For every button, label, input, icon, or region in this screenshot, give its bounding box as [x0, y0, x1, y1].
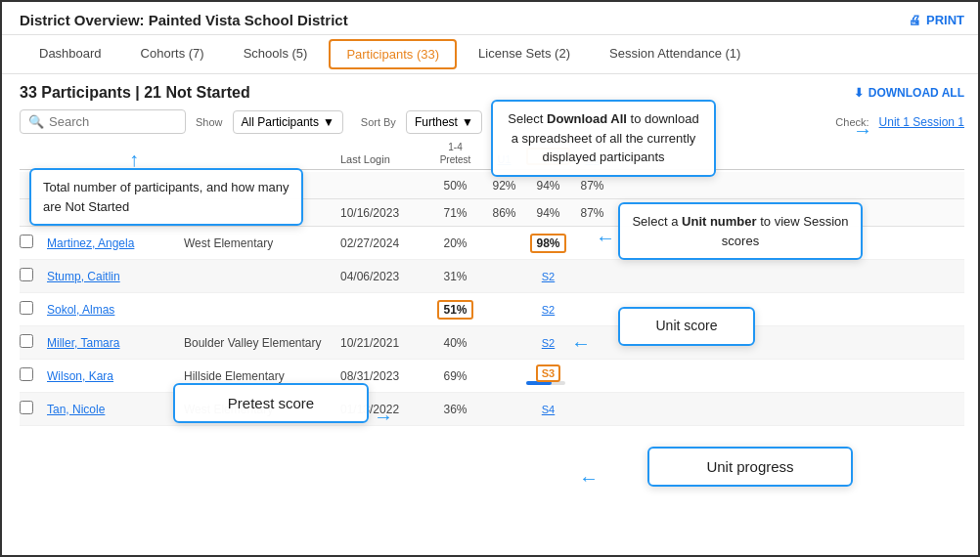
col-header-u1[interactable]: U1: [482, 153, 526, 165]
row-checkbox[interactable]: [20, 367, 33, 381]
tab-license-sets[interactable]: License Sets (2): [459, 38, 590, 70]
table-row: Tan, Nicole West Elementary 01/13/2022 3…: [20, 393, 964, 426]
row-checkbox[interactable]: [20, 235, 33, 248]
chevron-down-icon-sort: ▼: [462, 115, 473, 129]
pretest-score-highlight: 51%: [437, 300, 472, 320]
table-row: Martinez, Angela West Elementary 02/27/2…: [20, 227, 964, 260]
row-checkbox[interactable]: [20, 334, 33, 348]
col-header-u2[interactable]: U2: [526, 148, 570, 165]
session-link[interactable]: S2: [542, 337, 555, 349]
download-all-button[interactable]: ⬇ DOWNLOAD ALL: [854, 86, 964, 100]
participant-name-link[interactable]: Sokol, Almas: [47, 303, 114, 317]
search-input[interactable]: [49, 114, 166, 129]
col-header-more: -8ttest: [614, 144, 663, 165]
session-link[interactable]: S4: [542, 404, 555, 415]
table-row: Sokol, Almas 51% S2: [20, 293, 964, 326]
row-checkbox[interactable]: [20, 401, 33, 414]
avg-row-2: 10/16/2023 71% 86% 94% 87%: [20, 199, 964, 227]
session-link[interactable]: S2: [542, 271, 555, 282]
tab-dashboard[interactable]: Dashboard: [20, 38, 121, 70]
check-label: Check:: [835, 116, 869, 128]
participant-name-link[interactable]: Martinez, Angela: [47, 236, 134, 250]
page-title: District Overview: Painted Vista School …: [20, 12, 348, 28]
sort-by-label: Sort By: [361, 116, 396, 128]
participant-name-link[interactable]: Wilson, Kara: [47, 369, 113, 383]
col-header-pretest: 1-4 Pretest: [428, 142, 482, 165]
chevron-down-icon: ▼: [323, 115, 334, 129]
avg-row-1: 50% 92% 94% 87%: [20, 172, 964, 199]
participant-name-link[interactable]: Stump, Caitlin: [47, 270, 120, 283]
search-icon: 🔍: [28, 114, 44, 129]
participants-count-label: 33 Participants | 21 Not Started: [20, 84, 250, 102]
table-row: Stump, Caitlin 04/06/2023 31% S2: [20, 260, 964, 293]
show-dropdown[interactable]: All Participants ▼: [233, 110, 343, 134]
table-row: Miller, Tamara Boulder Valley Elementary…: [20, 326, 964, 360]
table-row: Wilson, Kara Hillside Elementary 08/31/2…: [20, 360, 964, 393]
print-icon: 🖨: [909, 13, 921, 27]
col-header-login: Last Login: [340, 153, 428, 165]
show-label: Show: [196, 116, 223, 128]
row-checkbox[interactable]: [20, 301, 33, 315]
tab-schools[interactable]: Schools (5): [224, 38, 328, 70]
tab-participants[interactable]: Participants (33): [329, 39, 457, 69]
unit-score-highlight: 98%: [530, 234, 565, 253]
arrow-unit-progress-left: ←: [579, 467, 599, 490]
annotation-unit-progress: Unit progress: [647, 447, 853, 487]
print-button[interactable]: 🖨 PRINT: [909, 13, 964, 27]
session-highlight[interactable]: S3: [536, 364, 560, 382]
participants-table: Last Login 1-4 Pretest U1 U2 U3 -8ttest: [20, 142, 964, 426]
tab-session-attendance[interactable]: Session Attendance (1): [590, 38, 760, 70]
participant-name-link[interactable]: Tan, Nicole: [47, 403, 105, 416]
download-icon: ⬇: [854, 86, 864, 100]
row-checkbox[interactable]: [20, 268, 33, 281]
sort-dropdown[interactable]: Furthest ▼: [406, 110, 482, 134]
col-header-u3[interactable]: U3: [570, 153, 614, 165]
tab-cohorts[interactable]: Cohorts (7): [121, 38, 224, 70]
nav-tabs: Dashboard Cohorts (7) Schools (5) Partic…: [2, 35, 980, 74]
search-box: 🔍: [20, 109, 186, 134]
session-link[interactable]: S2: [542, 304, 555, 316]
participant-name-link[interactable]: Miller, Tamara: [47, 336, 119, 350]
check-unit-link[interactable]: Unit 1 Session 1: [879, 115, 964, 129]
